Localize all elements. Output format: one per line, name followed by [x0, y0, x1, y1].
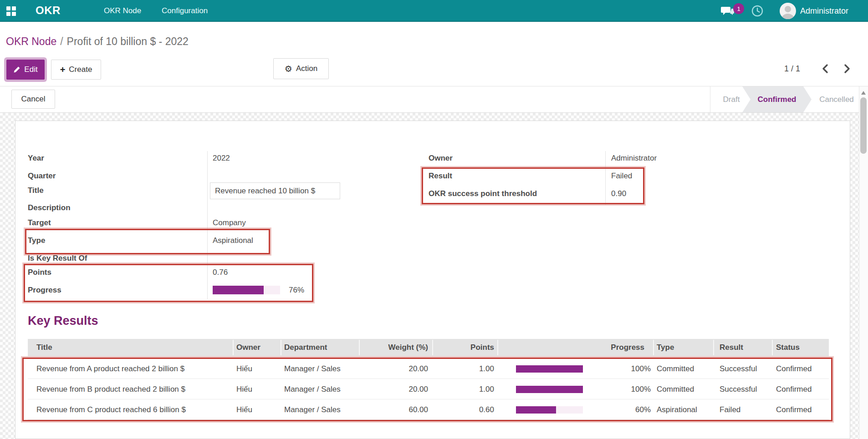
- cell-title: Revenue from B product reached 2 billion…: [36, 379, 185, 399]
- cell-points: 1.00: [430, 379, 494, 399]
- cell-type: Committed: [657, 379, 694, 399]
- gear-icon: ⚙: [285, 64, 292, 74]
- field-value-year: 2022: [213, 151, 230, 166]
- progress-bar: [213, 286, 280, 294]
- field-row-year: Year: [28, 151, 44, 166]
- breadcrumb-separator: /: [56, 35, 66, 47]
- left-group-separator: [207, 151, 208, 299]
- activity-clock-icon[interactable]: [751, 5, 763, 17]
- col-header-progress[interactable]: Progress: [582, 339, 644, 356]
- row-progress-bar: [516, 365, 583, 373]
- cell-progress: 100%: [592, 358, 651, 379]
- cell-weight: 20.00: [360, 379, 428, 399]
- cell-weight: 60.00: [360, 399, 428, 420]
- field-value-points: 0.76: [213, 265, 228, 280]
- nav-menu-okr-node[interactable]: OKR Node: [104, 0, 141, 22]
- field-row-progress: Progress: [28, 283, 61, 298]
- cell-progress: 100%: [592, 379, 651, 399]
- cell-department: Manager / Sales: [284, 379, 341, 399]
- breadcrumb: OKR Node/Profit of 10 billion $ - 2022: [6, 35, 189, 48]
- breadcrumb-current: Profit of 10 billion $ - 2022: [67, 35, 189, 47]
- cell-points: 0.60: [430, 399, 494, 420]
- plus-icon: +: [60, 65, 66, 75]
- user-avatar[interactable]: [780, 3, 796, 19]
- user-name[interactable]: Administrator: [800, 0, 848, 22]
- field-value-title: Revenue reached 10 billion $: [210, 182, 340, 199]
- col-header-status[interactable]: Status: [776, 339, 800, 356]
- col-header-weight[interactable]: Weight (%): [360, 339, 428, 356]
- cell-result: Successful: [720, 358, 757, 379]
- cell-title: Revenue from C product reached 6 billion…: [36, 399, 186, 420]
- person-silhouette-icon: [780, 3, 796, 19]
- table-row[interactable]: Revenue from A product reached 2 billion…: [28, 358, 829, 379]
- field-row-target: Target: [28, 215, 51, 231]
- progress-value: 76%: [273, 283, 304, 298]
- create-button[interactable]: + Create: [51, 60, 101, 80]
- pager-counter: 1 / 1: [784, 64, 800, 74]
- status-step-cancelled[interactable]: Cancelled: [816, 86, 857, 112]
- cell-department: Manager / Sales: [284, 399, 341, 420]
- cell-status: Confirmed: [776, 358, 812, 379]
- cell-status: Confirmed: [776, 399, 812, 420]
- field-row-description: Description: [28, 200, 71, 216]
- field-row-result: Result: [429, 168, 452, 184]
- okr-form-page: OKR OKR Node Configuration 1 Administrat…: [0, 0, 868, 439]
- scrollbar-thumb[interactable]: [860, 97, 867, 154]
- table-header: Title Owner Department Weight (%) Points…: [28, 339, 829, 356]
- cell-status: Confirmed: [776, 379, 812, 399]
- col-header-owner[interactable]: Owner: [236, 339, 260, 356]
- field-row-quarter: Quarter: [28, 168, 56, 184]
- cell-type: Aspirational: [657, 399, 697, 420]
- cell-result: Successful: [720, 379, 757, 399]
- messages-icon[interactable]: [721, 6, 735, 17]
- cell-title: Revenue from A product reached 2 billion…: [36, 358, 184, 379]
- cell-points: 1.00: [430, 358, 494, 379]
- key-results-heading: Key Results: [28, 314, 98, 328]
- scrollbar-up-arrow[interactable]: [861, 91, 866, 95]
- field-row-okr-threshold: OKR success point threshold: [429, 186, 537, 202]
- cell-weight: 20.00: [360, 358, 428, 379]
- pager-previous-icon[interactable]: [820, 63, 832, 75]
- cell-result: Failed: [720, 399, 740, 420]
- cell-owner: Hiếu: [236, 358, 252, 379]
- field-row-owner: Owner: [429, 151, 453, 166]
- app-brand[interactable]: OKR: [36, 4, 61, 17]
- col-header-points[interactable]: Points: [430, 339, 494, 356]
- field-value-okr-threshold: 0.90: [611, 186, 626, 202]
- table-row[interactable]: Revenue from B product reached 2 billion…: [28, 379, 829, 399]
- edit-button[interactable]: Edit: [6, 60, 45, 80]
- apps-menu-icon[interactable]: [6, 6, 16, 16]
- field-value-result: Failed: [611, 168, 632, 184]
- cell-owner: Hiếu: [236, 379, 252, 399]
- status-step-draft[interactable]: Draft: [715, 86, 748, 112]
- breadcrumb-parent-link[interactable]: OKR Node: [6, 35, 56, 47]
- col-header-result[interactable]: Result: [720, 339, 743, 356]
- field-row-type: Type: [28, 233, 45, 248]
- pencil-icon: [13, 66, 20, 73]
- cell-type: Committed: [657, 358, 694, 379]
- field-row-is-key-result-of: Is Key Result Of: [28, 251, 87, 266]
- cell-owner: Hiếu: [236, 399, 252, 420]
- col-header-department[interactable]: Department: [284, 339, 327, 356]
- field-row-title: Title: [28, 183, 44, 198]
- field-value-target: Company: [213, 215, 246, 231]
- statusbar-divider: [710, 86, 710, 112]
- row-progress-bar: [516, 406, 583, 414]
- cancel-button[interactable]: Cancel: [11, 90, 55, 109]
- messages-count-badge[interactable]: 1: [733, 3, 744, 14]
- status-step-confirmed[interactable]: Confirmed: [742, 86, 812, 112]
- field-row-points: Points: [28, 265, 51, 280]
- action-button[interactable]: ⚙ Action: [273, 58, 329, 79]
- field-value-type: Aspirational: [213, 233, 253, 248]
- right-group-separator: [605, 151, 606, 205]
- cell-department: Manager / Sales: [284, 358, 341, 379]
- pager-next-icon[interactable]: [841, 63, 853, 75]
- field-value-owner: Administrator: [611, 151, 657, 166]
- col-header-type[interactable]: Type: [657, 339, 674, 356]
- row-progress-bar: [516, 386, 583, 393]
- cell-progress: 60%: [592, 399, 651, 420]
- top-navbar: OKR OKR Node Configuration 1 Administrat…: [0, 0, 868, 22]
- nav-menu-configuration[interactable]: Configuration: [162, 0, 208, 22]
- table-row[interactable]: Revenue from C product reached 6 billion…: [28, 399, 829, 420]
- col-header-title[interactable]: Title: [36, 339, 52, 356]
